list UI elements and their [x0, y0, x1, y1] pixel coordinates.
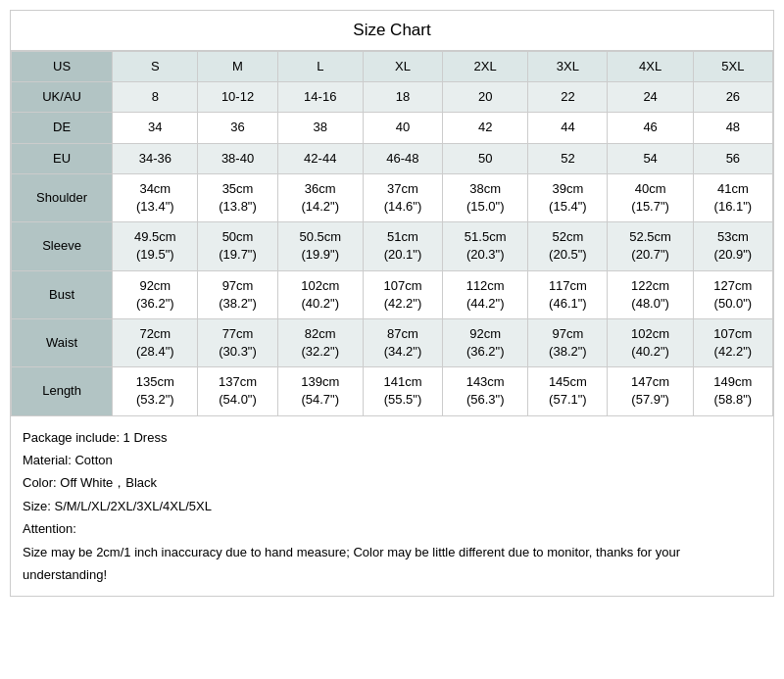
row-label-shoulder: Shoulder — [12, 173, 113, 221]
cell-bust-6: 122cm(48.0") — [608, 270, 693, 318]
cell-sleeve-3: 51cm(20.1") — [363, 222, 442, 270]
cell-eu-0: 34-36 — [113, 143, 198, 173]
notes-section: Package include: 1 Dress Material: Cotto… — [11, 416, 773, 597]
cell-shoulder-5: 39cm(15.4") — [528, 173, 608, 221]
cell-uk/au-6: 24 — [608, 82, 693, 113]
cell-waist-6: 102cm(40.2") — [608, 318, 693, 366]
col-header-2xl: 2XL — [443, 52, 528, 82]
cell-uk/au-5: 22 — [528, 82, 608, 113]
cell-shoulder-2: 36cm(14.2") — [277, 173, 363, 221]
row-label-waist: Waist — [12, 318, 113, 366]
cell-bust-5: 117cm(46.1") — [528, 270, 608, 318]
notes-line1: Package include: 1 Dress — [23, 426, 761, 449]
chart-title: Size Chart — [11, 11, 773, 51]
cell-length-3: 141cm(55.5") — [363, 367, 442, 415]
cell-bust-3: 107cm(42.2") — [363, 270, 442, 318]
notes-line3: Color: Off White，Black — [23, 471, 761, 494]
row-label-length: Length — [12, 367, 113, 415]
row-label-eu: EU — [12, 143, 113, 173]
table-row: EU34-3638-4042-4446-4850525456 — [12, 143, 773, 173]
cell-shoulder-1: 35cm(13.8") — [198, 173, 277, 221]
cell-de-7: 48 — [693, 113, 772, 143]
row-label-bust: Bust — [12, 270, 113, 318]
cell-sleeve-7: 53cm(20.9") — [693, 222, 772, 270]
cell-bust-2: 102cm(40.2") — [277, 270, 363, 318]
col-header-s: S — [113, 52, 198, 82]
cell-eu-5: 52 — [528, 143, 608, 173]
row-label-sleeve: Sleeve — [12, 222, 113, 270]
notes-line6: Size may be 2cm/1 inch inaccuracy due to… — [23, 541, 761, 587]
cell-de-5: 44 — [528, 113, 608, 143]
notes-line2: Material: Cotton — [23, 449, 761, 471]
cell-shoulder-4: 38cm(15.0") — [443, 173, 528, 221]
table-row: Length135cm(53.2")137cm(54.0")139cm(54.7… — [12, 367, 773, 415]
row-label-uk/au: UK/AU — [12, 82, 113, 113]
cell-sleeve-6: 52.5cm(20.7") — [608, 222, 693, 270]
cell-shoulder-3: 37cm(14.6") — [363, 173, 442, 221]
cell-bust-0: 92cm(36.2") — [113, 270, 198, 318]
cell-shoulder-0: 34cm(13.4") — [113, 173, 198, 221]
col-header-3xl: 3XL — [528, 52, 608, 82]
cell-eu-7: 56 — [693, 143, 772, 173]
cell-sleeve-4: 51.5cm(20.3") — [443, 222, 528, 270]
cell-de-6: 46 — [608, 113, 693, 143]
cell-eu-4: 50 — [443, 143, 528, 173]
cell-shoulder-6: 40cm(15.7") — [608, 173, 693, 221]
row-label-de: DE — [12, 113, 113, 143]
cell-waist-7: 107cm(42.2") — [693, 318, 772, 366]
cell-bust-4: 112cm(44.2") — [443, 270, 528, 318]
cell-waist-1: 77cm(30.3") — [198, 318, 277, 366]
col-header-xl: XL — [363, 52, 442, 82]
cell-length-7: 149cm(58.8") — [693, 367, 772, 415]
table-row: DE3436384042444648 — [12, 113, 773, 143]
cell-bust-1: 97cm(38.2") — [198, 270, 277, 318]
size-chart-container: Size Chart USSMLXL2XL3XL4XL5XLUK/AU810-1… — [10, 10, 774, 597]
table-row: Waist72cm(28.4")77cm(30.3")82cm(32.2")87… — [12, 318, 773, 366]
col-header-5xl: 5XL — [693, 52, 772, 82]
table-row: UK/AU810-1214-161820222426 — [12, 82, 773, 113]
size-table: USSMLXL2XL3XL4XL5XLUK/AU810-1214-1618202… — [11, 51, 773, 416]
cell-eu-1: 38-40 — [198, 143, 277, 173]
col-header-us: US — [12, 52, 113, 82]
table-row: Bust92cm(36.2")97cm(38.2")102cm(40.2")10… — [12, 270, 773, 318]
cell-length-0: 135cm(53.2") — [113, 367, 198, 415]
cell-sleeve-0: 49.5cm(19.5") — [113, 222, 198, 270]
cell-waist-0: 72cm(28.4") — [113, 318, 198, 366]
cell-length-2: 139cm(54.7") — [277, 367, 363, 415]
cell-eu-3: 46-48 — [363, 143, 442, 173]
col-header-4xl: 4XL — [608, 52, 693, 82]
cell-shoulder-7: 41cm(16.1") — [693, 173, 772, 221]
cell-eu-6: 54 — [608, 143, 693, 173]
cell-uk/au-2: 14-16 — [277, 82, 363, 113]
cell-bust-7: 127cm(50.0") — [693, 270, 772, 318]
cell-length-1: 137cm(54.0") — [198, 367, 277, 415]
cell-sleeve-2: 50.5cm(19.9") — [277, 222, 363, 270]
table-row: Shoulder34cm(13.4")35cm(13.8")36cm(14.2"… — [12, 173, 773, 221]
cell-sleeve-5: 52cm(20.5") — [528, 222, 608, 270]
cell-uk/au-3: 18 — [363, 82, 442, 113]
cell-eu-2: 42-44 — [277, 143, 363, 173]
cell-waist-2: 82cm(32.2") — [277, 318, 363, 366]
cell-uk/au-4: 20 — [443, 82, 528, 113]
cell-uk/au-7: 26 — [693, 82, 772, 113]
cell-length-5: 145cm(57.1") — [528, 367, 608, 415]
cell-uk/au-1: 10-12 — [198, 82, 277, 113]
cell-sleeve-1: 50cm(19.7") — [198, 222, 277, 270]
cell-de-1: 36 — [198, 113, 277, 143]
cell-de-3: 40 — [363, 113, 442, 143]
cell-de-2: 38 — [277, 113, 363, 143]
notes-line5: Attention: — [23, 517, 761, 540]
col-header-m: M — [198, 52, 277, 82]
cell-waist-5: 97cm(38.2") — [528, 318, 608, 366]
notes-line4: Size: S/M/L/XL/2XL/3XL/4XL/5XL — [23, 495, 761, 517]
table-row: Sleeve49.5cm(19.5")50cm(19.7")50.5cm(19.… — [12, 222, 773, 270]
cell-waist-3: 87cm(34.2") — [363, 318, 442, 366]
cell-uk/au-0: 8 — [113, 82, 198, 113]
cell-length-6: 147cm(57.9") — [608, 367, 693, 415]
cell-de-4: 42 — [443, 113, 528, 143]
col-header-l: L — [277, 52, 363, 82]
cell-waist-4: 92cm(36.2") — [443, 318, 528, 366]
cell-de-0: 34 — [113, 113, 198, 143]
cell-length-4: 143cm(56.3") — [443, 367, 528, 415]
